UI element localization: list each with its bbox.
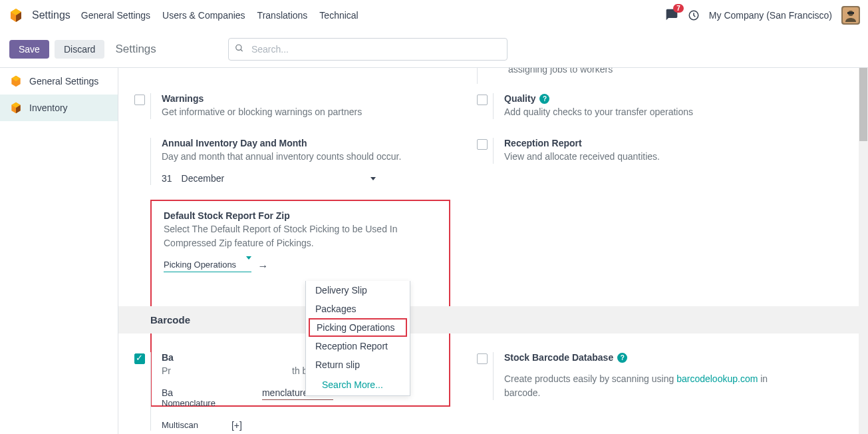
messages-icon[interactable]: 7: [665, 8, 678, 23]
zip-title: Default Stock Report For Zip: [164, 210, 437, 221]
sidebar-item-general[interactable]: General Settings: [0, 68, 118, 95]
gear-icon: [9, 75, 23, 88]
dropdown-item-reception-report[interactable]: Reception Report: [306, 337, 410, 355]
zip-report-select[interactable]: Picking Operations: [164, 260, 251, 272]
search-icon: [235, 43, 244, 55]
warnings-checkbox[interactable]: [134, 95, 145, 105]
control-bar: Save Discard Settings: [0, 31, 868, 68]
external-link-icon[interactable]: →: [258, 260, 269, 272]
search-input[interactable]: [228, 38, 507, 61]
multiscan-add-button[interactable]: [+]: [231, 420, 242, 431]
app-logo-icon: [8, 7, 24, 23]
scrollbar-thumb[interactable]: [859, 68, 867, 141]
annual-month-field[interactable]: December: [182, 173, 376, 184]
dropdown-item-return-slip[interactable]: Return slip: [306, 355, 410, 374]
reception-desc: View and allocate received quantities.: [504, 150, 793, 164]
barcode-scanner-checkbox[interactable]: [134, 353, 145, 364]
search-wrap: [228, 38, 507, 61]
dropdown-item-packages[interactable]: Packages: [306, 300, 410, 318]
top-right: 7 My Company (San Francisco): [665, 6, 860, 25]
barcodelookup-link[interactable]: barcodelookup.com: [676, 373, 758, 384]
menu-users-companies[interactable]: Users & Companies: [162, 10, 245, 21]
annual-title: Annual Inventory Day and Month: [162, 138, 450, 148]
settings-sidebar: General Settings Inventory: [0, 68, 118, 434]
warnings-title: Warnings: [162, 93, 450, 104]
quality-checkbox[interactable]: [477, 95, 488, 105]
help-icon[interactable]: ?: [539, 94, 549, 104]
inventory-icon: [9, 101, 23, 114]
dropdown-item-picking-operations[interactable]: Picking Operations: [309, 318, 407, 337]
menu-technical[interactable]: Technical: [319, 10, 358, 21]
settings-content: assigning jobs to workers Warnings Get i…: [118, 68, 868, 434]
dropdown-item-delivery-slip[interactable]: Delivery Slip: [306, 281, 410, 300]
warnings-desc: Get informative or blocking warnings on …: [162, 105, 450, 119]
reception-title: Reception Report: [504, 138, 793, 148]
clock-icon[interactable]: [688, 9, 700, 21]
app-brand[interactable]: Settings: [32, 9, 71, 21]
nomenclature-label: Ba: [162, 387, 173, 398]
sidebar-item-label: Inventory: [29, 103, 68, 113]
scrollbar[interactable]: [859, 68, 868, 434]
company-selector[interactable]: My Company (San Francisco): [709, 10, 832, 21]
svg-point-4: [236, 45, 241, 50]
section-barcode: Barcode: [118, 306, 868, 333]
partial-text: assigning jobs to workers: [508, 68, 613, 75]
sidebar-item-label: General Settings: [29, 76, 98, 87]
barcode-db-title: Stock Barcode Database?: [504, 352, 793, 363]
top-menu: General Settings Users & Companies Trans…: [81, 10, 359, 21]
quality-title: Quality?: [504, 93, 793, 104]
svg-rect-3: [847, 12, 854, 14]
top-nav: Settings General Settings Users & Compan…: [0, 0, 868, 31]
dropdown-search-more[interactable]: Search More...: [306, 374, 410, 395]
annual-desc: Day and month that annual inventory coun…: [162, 150, 450, 164]
menu-translations[interactable]: Translations: [257, 10, 308, 21]
caret-down-icon: [370, 177, 376, 180]
discard-button[interactable]: Discard: [55, 40, 104, 59]
breadcrumb-title: Settings: [115, 43, 156, 56]
annual-day-field[interactable]: 31: [162, 172, 172, 185]
user-avatar[interactable]: [841, 6, 860, 25]
barcode-db-desc: Create products easily by scanning using…: [504, 372, 793, 400]
multiscan-label: Multiscan: [162, 420, 198, 431]
quality-desc: Add quality checks to your transfer oper…: [504, 105, 793, 119]
report-dropdown-menu: Delivery Slip Packages Picking Operation…: [305, 281, 410, 396]
caret-down-icon: [246, 256, 251, 270]
menu-general-settings[interactable]: General Settings: [81, 10, 150, 21]
help-icon[interactable]: ?: [617, 353, 627, 363]
sidebar-item-inventory[interactable]: Inventory: [0, 95, 118, 121]
reception-checkbox[interactable]: [477, 139, 488, 150]
messages-badge: 7: [673, 4, 684, 13]
barcode-db-checkbox[interactable]: [477, 353, 488, 364]
save-button[interactable]: Save: [9, 40, 49, 59]
zip-desc: Select The Default Report of Stock Picki…: [164, 222, 437, 250]
